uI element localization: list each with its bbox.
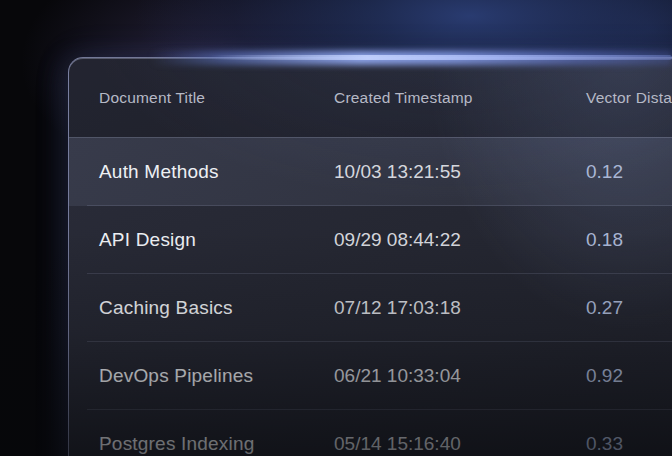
cell-created-timestamp: 07/12 17:03:18 — [334, 297, 586, 319]
cell-document-title: Auth Methods — [99, 161, 334, 183]
column-header-document-title: Document Title — [99, 89, 334, 107]
background: Document Title Created Timestamp Vector … — [0, 0, 672, 456]
table-row[interactable]: API Design 09/29 08:44:22 0.18 — [69, 206, 672, 274]
cell-vector-distance: 0.33 — [586, 433, 672, 455]
cell-document-title: Postgres Indexing — [99, 433, 334, 455]
cell-document-title: API Design — [99, 229, 334, 251]
table-row[interactable]: Auth Methods 10/03 13:21:55 0.12 — [69, 138, 672, 206]
table-body: Auth Methods 10/03 13:21:55 0.12 API Des… — [69, 138, 672, 456]
column-header-vector-distance: Vector Distance — [586, 89, 672, 107]
cell-vector-distance: 0.27 — [586, 297, 672, 319]
cell-vector-distance: 0.18 — [586, 229, 672, 251]
cell-created-timestamp: 10/03 13:21:55 — [334, 161, 586, 183]
table-row[interactable]: Caching Basics 07/12 17:03:18 0.27 — [69, 274, 672, 342]
table-card: Document Title Created Timestamp Vector … — [68, 57, 672, 456]
cell-created-timestamp: 09/29 08:44:22 — [334, 229, 586, 251]
cell-vector-distance: 0.92 — [586, 365, 672, 387]
cell-created-timestamp: 06/21 10:33:04 — [334, 365, 586, 387]
cell-document-title: Caching Basics — [99, 297, 334, 319]
table-header-row: Document Title Created Timestamp Vector … — [69, 58, 672, 138]
cell-document-title: DevOps Pipelines — [99, 365, 334, 387]
column-header-created-timestamp: Created Timestamp — [334, 89, 586, 107]
table-row[interactable]: DevOps Pipelines 06/21 10:33:04 0.92 — [69, 342, 672, 410]
cell-vector-distance: 0.12 — [586, 161, 672, 183]
cell-created-timestamp: 05/14 15:16:40 — [334, 433, 586, 455]
table-row[interactable]: Postgres Indexing 05/14 15:16:40 0.33 — [69, 410, 672, 456]
